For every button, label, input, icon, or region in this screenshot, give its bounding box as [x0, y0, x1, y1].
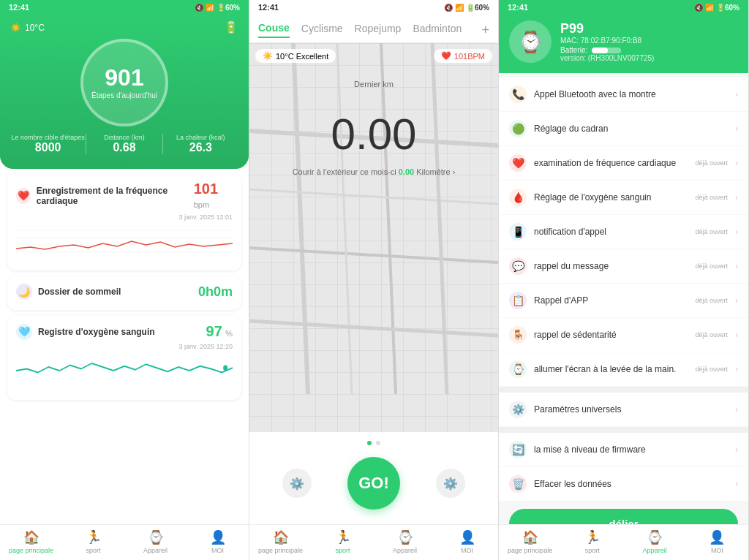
time-3: 12:41	[508, 3, 528, 12]
nav-sport-label-3: sport	[585, 547, 600, 554]
menu-firmware[interactable]: 🔄 la mise à niveau de firmware ›	[499, 433, 748, 466]
tab-couse[interactable]: Couse	[258, 22, 290, 38]
menu-erase[interactable]: 🗑️ Effacer les données ›	[499, 467, 748, 501]
me-icon-2: 👤	[459, 529, 475, 545]
steps-label: Étapes d'aujourd'hui	[91, 91, 157, 99]
sun-icon-2: ☀️	[263, 51, 273, 61]
nav-sport-1[interactable]: 🏃 sport	[62, 529, 124, 554]
sleep-icon: 🌙	[16, 284, 32, 300]
chevron-9: ›	[735, 364, 738, 374]
device-version: version: (RH300LNV007725)	[560, 54, 738, 62]
device-mac: MAC: 78:02:B7:90:F0:B8	[560, 37, 738, 45]
weather-text-2: 10°C Excellent	[276, 52, 328, 61]
firmware-icon: 🔄	[509, 441, 527, 458]
tab-add-icon[interactable]: +	[481, 23, 489, 38]
target-stat: Le nombre cible d'étapes 8000	[10, 134, 86, 154]
menu-message[interactable]: 💬 rappel du message déjà ouvert ›	[499, 249, 748, 283]
svg-line-7	[381, 43, 396, 394]
menu-heart-text: examination de fréquence cardiaque	[534, 158, 688, 168]
sleep-title-row: 🌙 Dossier de sommeil	[16, 284, 121, 300]
bottom-nav-1: 🏠 page principale 🏃 sport ⌚ Appareil 👤 M…	[0, 524, 249, 560]
svg-line-5	[293, 43, 308, 394]
menu-wrist[interactable]: ⌚ allumer l'écran à la levée de la main.…	[499, 352, 748, 386]
heart-unit: bpm	[194, 200, 209, 209]
chevron-12: ›	[735, 479, 738, 489]
chevron-2: ›	[735, 124, 738, 134]
sleep-card[interactable]: 🌙 Dossier de sommeil 0h0m	[7, 276, 241, 310]
call-icon: 📱	[509, 223, 527, 241]
menu-call-notif[interactable]: 📱 notification d'appel déjà ouvert ›	[499, 215, 748, 249]
running-header: Couse Cyclisme Ropejump Badminton +	[249, 15, 498, 43]
nav-me-2[interactable]: 👤 MOI	[436, 529, 498, 554]
nav-device-label-3: Appareil	[643, 547, 667, 554]
nav-device-label-1: Appareil	[143, 547, 168, 554]
time-2: 12:41	[258, 3, 279, 12]
unlink-button[interactable]: délier	[509, 509, 738, 524]
menu-app[interactable]: 📋 Rappel d'APP déjà ouvert ›	[499, 284, 748, 317]
me-icon-3: 👤	[709, 529, 725, 545]
weather-row: ☀️ 10°C 🔋	[10, 20, 238, 34]
home-icon-3: 🏠	[522, 529, 538, 545]
go-button[interactable]: GO!	[347, 457, 400, 510]
nav-me-1[interactable]: 👤 MOI	[187, 529, 249, 554]
distance-label: Distance (km)	[86, 134, 162, 141]
menu-oxygen-text: Réglage de l'oxygène sanguin	[534, 192, 688, 203]
settings-btn-right[interactable]: ⚙️	[436, 469, 465, 498]
weather-info: ☀️ 10°C	[10, 23, 45, 33]
svg-line-10	[249, 189, 498, 204]
tab-ropejump[interactable]: Ropejump	[355, 23, 402, 37]
status-bar-3: 12:41 🔇 📶 🔋60%	[499, 0, 748, 15]
target-value: 8000	[10, 141, 86, 154]
sport-icon-3: 🏃	[584, 529, 601, 545]
nav-home-1[interactable]: 🏠 page principale	[0, 529, 62, 554]
battery-label: Batterie:	[560, 46, 587, 54]
heart-exam-icon: ❤️	[509, 154, 527, 172]
oxygen-card[interactable]: 🩵 Registre d'oxygène sanguin 97 % 3 janv…	[7, 316, 241, 400]
oxygen-value-group: 97 %	[206, 323, 233, 340]
controls-area: ⚙️ GO! ⚙️	[249, 432, 498, 524]
sun-icon: ☀️	[10, 23, 21, 33]
status-bar-2: 12:41 🔇 📶 🔋60%	[249, 0, 498, 15]
steps-count: 901	[105, 66, 143, 89]
menu-oxygen[interactable]: 🩸 Réglage de l'oxygène sanguin déjà ouve…	[499, 181, 748, 214]
battery-row: Batterie:	[560, 46, 738, 54]
menu-settings[interactable]: ⚙️ Paramètres universels ›	[499, 393, 748, 426]
oxygen-chart	[16, 352, 233, 393]
dots-row	[249, 438, 498, 445]
panel-device: 12:41 🔇 📶 🔋60% ⌚ P99 MAC: 78:02:B7:90:F0…	[499, 0, 749, 560]
sleep-header: 🌙 Dossier de sommeil 0h0m	[16, 284, 233, 300]
sedentary-icon: 🪑	[509, 326, 527, 344]
nav-home-2[interactable]: 🏠 page principale	[249, 529, 312, 554]
nav-device-1[interactable]: ⌚ Appareil	[124, 529, 187, 554]
nav-sport-2[interactable]: 🏃 sport	[312, 529, 374, 554]
stats-row: Le nombre cible d'étapes 8000 Distance (…	[10, 134, 238, 154]
heart-rate-card[interactable]: ❤️ Enregistrement de la fréquence cardia…	[7, 173, 241, 270]
nav-me-3[interactable]: 👤 MOI	[686, 529, 748, 554]
sport-icon-1: 🏃	[86, 529, 102, 545]
panel-running: 12:41 🔇 📶 🔋60% Couse Cyclisme Ropejump B…	[249, 0, 499, 560]
nav-device-2[interactable]: ⌚ Appareil	[374, 529, 436, 554]
weather-pill: ☀️ 10°C Excellent	[255, 49, 336, 63]
heart-badge: déjà ouvert	[695, 159, 728, 167]
menu-heart-exam[interactable]: ❤️ examination de fréquence cardiaque dé…	[499, 146, 748, 180]
nav-home-3[interactable]: 🏠 page principale	[499, 529, 561, 554]
wrist-icon: ⌚	[509, 360, 527, 378]
menu-bluetooth-call[interactable]: 📞 Appel Bluetooth avec la montre ›	[499, 77, 748, 111]
menu-sedentary[interactable]: 🪑 rappel de sédentarité déjà ouvert ›	[499, 318, 748, 352]
nav-sport-3[interactable]: 🏃 sport	[561, 529, 623, 554]
svg-line-8	[249, 248, 498, 262]
status-icons-3: 🔇 📶 🔋60%	[694, 4, 739, 12]
menu-cadran[interactable]: 🟢 Réglage du cadran ›	[499, 112, 748, 145]
heart-value: 101	[194, 181, 218, 197]
home-icon-1: 🏠	[23, 529, 39, 545]
menu-firmware-text: la mise à niveau de firmware	[534, 444, 728, 455]
tab-cyclisme[interactable]: Cyclisme	[301, 23, 343, 37]
nav-device-3[interactable]: ⌚ Appareil	[624, 529, 686, 554]
settings-btn-left[interactable]: ⚙️	[282, 469, 312, 498]
tab-badminton[interactable]: Badminton	[413, 23, 462, 37]
dot-2	[376, 441, 380, 445]
nav-sport-label-1: sport	[86, 547, 100, 554]
oxygen-unit: %	[225, 329, 233, 338]
oxygen-value: 97	[206, 323, 222, 339]
map-roads-svg	[249, 43, 498, 432]
